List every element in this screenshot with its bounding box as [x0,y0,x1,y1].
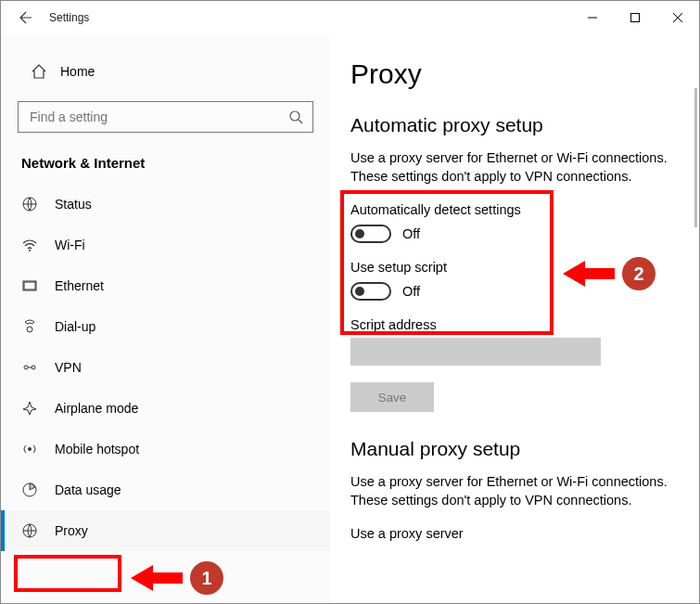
proxy-icon [21,522,42,539]
sidebar-item-label: Status [55,197,92,212]
sidebar-home-label: Home [60,64,95,79]
annotation-box-1 [14,555,121,592]
section-title-manual: Manual proxy setup [350,438,679,460]
annotation-badge-1: 1 [190,561,223,595]
annotation-arrow-2: 2 [563,257,655,290]
back-icon[interactable] [18,10,36,25]
svg-rect-1 [631,14,640,22]
sidebar-item-label: Wi-Fi [55,238,85,252]
section-desc-auto: Use a proxy server for Ethernet or Wi-Fi… [350,149,679,186]
sidebar-item-label: Ethernet [55,278,104,293]
annotation-box-2 [340,190,554,335]
hotspot-icon [21,441,42,457]
sidebar-item-datausage[interactable]: Data usage [1,469,330,510]
svg-line-3 [299,120,302,123]
titlebar: Settings [1,1,699,34]
svg-rect-8 [24,282,35,289]
window-title: Settings [49,11,89,24]
ethernet-icon [21,277,42,294]
sidebar-section-title: Network & Internet [21,155,330,171]
use-proxy-label: Use a proxy server [350,526,679,541]
close-button[interactable] [656,3,699,32]
globe-icon [21,196,42,212]
sidebar-item-status[interactable]: Status [1,184,330,225]
annotation-arrow-1: 1 [131,561,223,595]
sidebar-item-label: Proxy [55,523,88,538]
sidebar-item-hotspot[interactable]: Mobile hotspot [1,429,330,469]
search-input[interactable] [18,101,313,133]
search-icon [288,109,303,124]
save-button: Save [350,382,434,412]
sidebar-home[interactable]: Home [1,55,330,88]
section-desc-manual: Use a proxy server for Ethernet or Wi-Fi… [350,473,679,509]
sidebar-item-dialup[interactable]: Dial-up [1,306,330,347]
vpn-icon [21,359,42,376]
svg-point-6 [29,250,31,251]
sidebar-item-proxy[interactable]: Proxy [1,510,330,551]
sidebar-item-label: Data usage [55,482,121,497]
airplane-icon [21,400,42,417]
svg-point-11 [32,366,35,369]
sidebar-item-ethernet[interactable]: Ethernet [1,265,330,306]
sidebar: Home Network & Internet Status Wi-Fi Eth… [1,34,330,603]
wifi-icon [21,237,42,253]
minimize-button[interactable] [571,3,614,32]
dialup-icon [21,318,42,335]
scrollbar-thumb[interactable] [694,88,697,227]
sidebar-item-label: Airplane mode [55,401,138,416]
script-address-input [350,338,601,366]
svg-point-10 [24,366,28,369]
maximize-button[interactable] [614,3,656,32]
sidebar-item-vpn[interactable]: VPN [1,347,330,388]
sidebar-item-label: Mobile hotspot [55,442,139,456]
data-icon [21,482,42,498]
sidebar-item-wifi[interactable]: Wi-Fi [1,225,330,265]
search-field[interactable] [28,109,288,125]
svg-point-13 [28,447,32,451]
home-icon [31,63,51,80]
section-title-auto: Automatic proxy setup [350,114,679,136]
annotation-badge-2: 2 [622,257,655,290]
sidebar-item-label: VPN [55,360,82,375]
sidebar-item-label: Dial-up [55,319,95,334]
sidebar-item-airplane[interactable]: Airplane mode [1,388,330,429]
svg-point-2 [290,111,299,121]
page-title: Proxy [350,58,679,90]
svg-point-9 [27,327,32,332]
